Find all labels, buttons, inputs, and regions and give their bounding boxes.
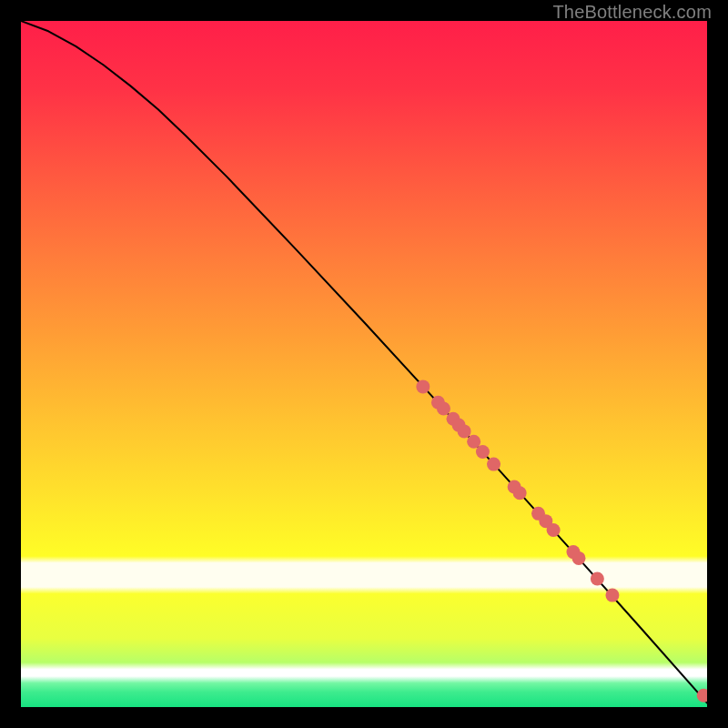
data-point — [513, 486, 527, 500]
data-point — [697, 689, 707, 703]
data-point — [476, 445, 490, 459]
watermark-text: TheBottleneck.com — [552, 2, 712, 23]
chart-frame: TheBottleneck.com — [0, 0, 728, 728]
data-point — [487, 458, 500, 471]
data-point — [547, 523, 561, 537]
data-point — [572, 551, 586, 565]
data-point — [467, 435, 480, 449]
data-point — [591, 572, 604, 586]
chart-overlay — [21, 21, 707, 707]
curve-line — [21, 21, 707, 703]
plot-area — [21, 21, 707, 707]
data-point — [458, 424, 471, 438]
data-point — [416, 379, 430, 393]
data-point — [437, 402, 450, 416]
data-point — [605, 589, 619, 602]
